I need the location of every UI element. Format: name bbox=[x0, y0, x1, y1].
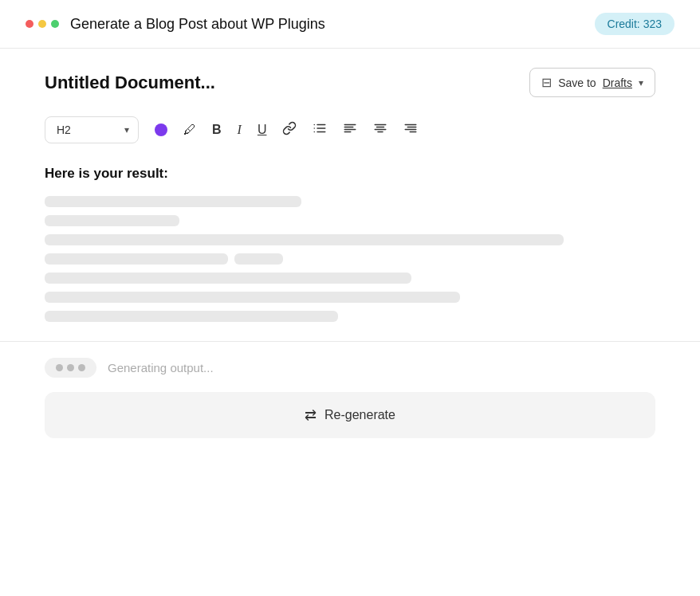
list-icon bbox=[313, 121, 327, 139]
skeleton-line-5 bbox=[45, 273, 411, 284]
align-center-icon bbox=[373, 121, 387, 139]
skeleton-line-4a bbox=[45, 253, 228, 265]
bold-button[interactable]: B bbox=[206, 118, 228, 142]
regenerate-button[interactable]: ⇄ Re-generate bbox=[45, 392, 655, 438]
skeleton-line-7 bbox=[45, 311, 338, 322]
skeleton-line-3 bbox=[45, 234, 564, 245]
gen-dot-3 bbox=[78, 364, 85, 371]
close-dot bbox=[26, 20, 33, 28]
link-icon bbox=[282, 121, 297, 139]
color-dot bbox=[155, 124, 167, 136]
doc-header: Untitled Document... ⊟ Save to Drafts ▾ bbox=[45, 68, 655, 97]
generating-dots-indicator bbox=[45, 358, 96, 378]
list-button[interactable] bbox=[306, 116, 333, 143]
generating-status-text: Generating output... bbox=[108, 361, 214, 374]
align-right-icon bbox=[403, 121, 418, 139]
document-icon: ⊟ bbox=[541, 75, 552, 90]
save-to-drafts-button[interactable]: ⊟ Save to Drafts ▾ bbox=[529, 68, 655, 97]
maximize-dot bbox=[51, 20, 59, 28]
underline-icon: U bbox=[258, 123, 267, 137]
regenerate-label: Re-generate bbox=[324, 408, 395, 422]
highlight-icon: 🖊 bbox=[183, 123, 196, 137]
italic-icon: I bbox=[238, 123, 242, 137]
chevron-down-icon: ▾ bbox=[639, 77, 643, 88]
main-content: Untitled Document... ⊟ Save to Drafts ▾ … bbox=[0, 49, 700, 342]
skeleton-row-4 bbox=[45, 253, 655, 265]
gen-dot-1 bbox=[56, 364, 63, 371]
heading-select-wrapper[interactable]: H1 H2 H3 H4 Paragraph bbox=[45, 116, 139, 143]
generating-row: Generating output... bbox=[45, 358, 655, 378]
align-right-button[interactable] bbox=[397, 116, 424, 143]
align-center-button[interactable] bbox=[367, 116, 394, 143]
skeleton-line-4b bbox=[234, 253, 283, 265]
italic-button[interactable]: I bbox=[231, 118, 248, 142]
save-label-static: Save to bbox=[558, 76, 596, 89]
formatting-toolbar: H1 H2 H3 H4 Paragraph 🖊 B I U bbox=[45, 116, 655, 143]
bottom-area: Generating output... ⇄ Re-generate bbox=[0, 342, 700, 457]
minimize-dot bbox=[38, 20, 46, 28]
link-button[interactable] bbox=[276, 116, 303, 143]
align-left-icon bbox=[343, 121, 357, 139]
document-title: Untitled Document... bbox=[45, 73, 215, 93]
skeleton-line-6 bbox=[45, 292, 460, 303]
page-title: Generate a Blog Post about WP Plugins bbox=[70, 16, 325, 33]
gen-dot-2 bbox=[67, 364, 74, 371]
window-controls bbox=[26, 20, 59, 28]
skeleton-content bbox=[45, 196, 655, 322]
regenerate-icon: ⇄ bbox=[305, 406, 317, 424]
align-left-button[interactable] bbox=[336, 116, 364, 143]
heading-select[interactable]: H1 H2 H3 H4 Paragraph bbox=[45, 116, 139, 143]
skeleton-line-2 bbox=[45, 215, 179, 226]
bold-icon: B bbox=[212, 123, 222, 137]
color-picker-button[interactable] bbox=[148, 119, 174, 141]
result-heading: Here is your result: bbox=[45, 166, 655, 182]
drafts-label: Drafts bbox=[603, 76, 632, 89]
credit-badge: Credit: 323 bbox=[595, 13, 674, 35]
top-header: Generate a Blog Post about WP Plugins Cr… bbox=[0, 0, 700, 49]
highlight-button[interactable]: 🖊 bbox=[177, 118, 203, 142]
underline-button[interactable]: U bbox=[251, 118, 273, 142]
skeleton-line-1 bbox=[45, 196, 301, 207]
header-left: Generate a Blog Post about WP Plugins bbox=[26, 16, 325, 33]
